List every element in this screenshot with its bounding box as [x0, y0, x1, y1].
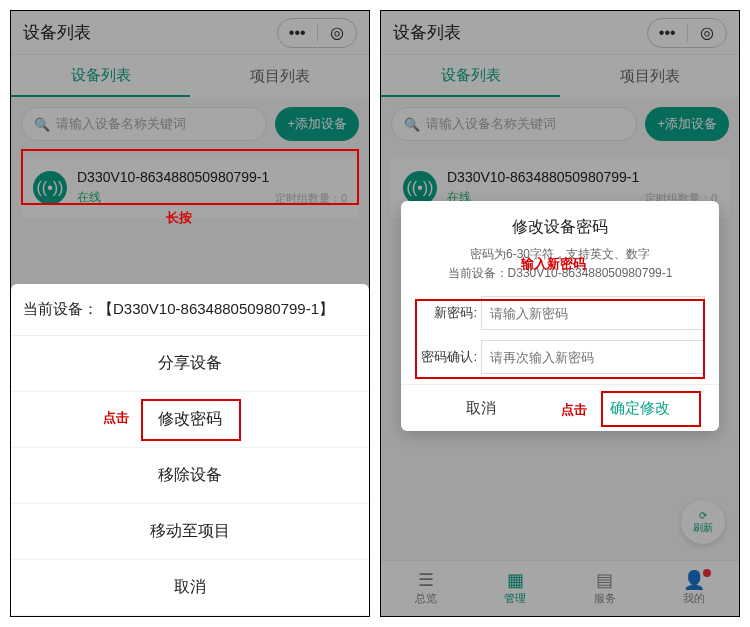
modal-device: 当前设备：D330V10-863488050980799-1: [415, 265, 705, 282]
input-confirm-password[interactable]: [481, 340, 705, 374]
password-modal: 修改设备密码 密码为6-30字符，支持英文、数字 当前设备：D330V10-86…: [401, 201, 719, 431]
modal-hint: 密码为6-30字符，支持英文、数字: [415, 246, 705, 263]
sheet-cancel[interactable]: 取消: [11, 560, 369, 616]
field-confirm-password: 密码确认:: [415, 340, 705, 374]
action-sheet: 当前设备：【D330V10-863488050980799-1】 分享设备 修改…: [11, 284, 369, 616]
modal-title: 修改设备密码: [415, 217, 705, 238]
label-new-password: 新密码:: [415, 304, 477, 322]
sheet-share[interactable]: 分享设备: [11, 336, 369, 392]
input-new-password[interactable]: [481, 296, 705, 330]
sheet-move[interactable]: 移动至项目: [11, 504, 369, 560]
confirm-button[interactable]: 确定修改: [560, 385, 719, 431]
sheet-remove[interactable]: 移除设备: [11, 448, 369, 504]
sheet-modify-password[interactable]: 修改密码: [11, 392, 369, 448]
modal-actions: 取消 确定修改: [401, 384, 719, 431]
sheet-header: 当前设备：【D330V10-863488050980799-1】: [11, 284, 369, 336]
cancel-button[interactable]: 取消: [401, 385, 560, 431]
phone-right: 设备列表 ••• ◎ 设备列表 项目列表 🔍 请输入设备名称关键词 +添加设备 …: [380, 10, 740, 617]
label-confirm-password: 密码确认:: [415, 348, 477, 366]
field-new-password: 新密码:: [415, 296, 705, 330]
phone-left: 设备列表 ••• ◎ 设备列表 项目列表 🔍 请输入设备名称关键词 +添加设备 …: [10, 10, 370, 617]
